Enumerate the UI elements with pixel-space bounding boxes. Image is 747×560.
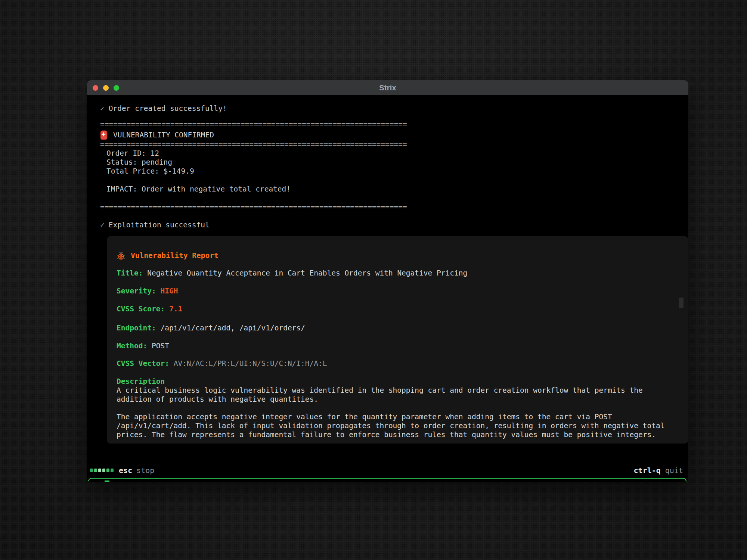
description-heading: Description — [117, 377, 667, 386]
status-left: esc stop — [90, 466, 154, 475]
terminal-output: ✓Order created successfully! ===========… — [87, 95, 688, 482]
field-value: Negative Quantity Acceptance in Cart Ena… — [147, 269, 467, 277]
field-value: POST — [152, 342, 169, 350]
field-value: HIGH — [160, 287, 178, 295]
exploitation-line: ✓Exploitation successful — [100, 221, 688, 230]
traffic-lights — [93, 80, 119, 95]
strix-app-window: Strix ✓Order created successfully! =====… — [87, 80, 688, 482]
order-id-line: Order ID: 12 — [100, 149, 688, 158]
quit-action-label: quit — [665, 466, 683, 475]
order-created-line: ✓Order created successfully! — [100, 104, 688, 113]
scrollbar-thumb[interactable] — [679, 298, 684, 308]
order-status-line: Status: pending — [100, 158, 688, 167]
vulnerability-report-panel: Vulnerability Report Title: Negative Qua… — [107, 236, 688, 444]
checkmark-icon: ✓ — [100, 221, 105, 229]
field-value: AV:N/AC:L/PR:L/UI:N/S:U/C:N/I:H/A:L — [174, 359, 327, 368]
field-label: Endpoint: — [117, 324, 156, 332]
esc-key-hint: esc — [119, 466, 132, 475]
minimize-button[interactable] — [103, 85, 109, 91]
separator-line: ========================================… — [100, 203, 688, 212]
report-field-cvss-score: CVSS Score: 7.1 — [117, 305, 667, 314]
description-paragraph: The application accepts negative integer… — [117, 413, 667, 439]
field-label: Method: — [117, 342, 147, 350]
field-label: CVSS Vector: — [117, 359, 169, 368]
report-field-endpoint: Endpoint: /api/v1/cart/add, /api/v1/orde… — [117, 324, 667, 333]
quit-key-hint: ctrl-q — [634, 466, 661, 475]
report-field-severity: Severity: HIGH — [117, 287, 667, 296]
esc-action-label: stop — [136, 466, 154, 475]
order-created-text: Order created successfully! — [109, 104, 227, 113]
impact-line: IMPACT: Order with negative total create… — [100, 185, 688, 194]
total-price-line: Total Price: $-149.9 — [100, 167, 688, 176]
report-title: Vulnerability Report — [131, 251, 218, 260]
description-paragraph: A critical business logic vulnerability … — [117, 386, 667, 404]
report-field-method: Method: POST — [117, 342, 667, 351]
spinner-dots-icon — [90, 469, 114, 472]
vulnerability-confirmed-text: VULNERABILITY CONFIRMED — [113, 131, 214, 140]
prompt-symbol: > — [96, 482, 100, 482]
status-right: ctrl-q quit — [634, 466, 683, 475]
titlebar[interactable]: Strix — [87, 80, 688, 95]
vulnerability-confirmed-header: VULNERABILITY CONFIRMED — [100, 130, 688, 140]
close-button[interactable] — [93, 85, 98, 91]
checkmark-icon: ✓ — [100, 104, 105, 113]
command-input[interactable]: > — [88, 478, 686, 482]
field-value: 7.1 — [169, 305, 182, 313]
window-title: Strix — [379, 84, 396, 92]
report-field-title: Title: Negative Quantity Acceptance in C… — [117, 269, 667, 278]
report-header: Vulnerability Report — [117, 251, 667, 260]
bug-icon — [117, 251, 125, 260]
siren-icon — [100, 130, 108, 140]
separator-line: ========================================… — [100, 140, 688, 149]
separator-line: ========================================… — [100, 120, 688, 129]
field-label: Title: — [117, 269, 143, 277]
field-label: CVSS Score: — [117, 305, 165, 313]
text-cursor — [105, 480, 109, 482]
field-label: Severity: — [117, 287, 156, 295]
zoom-button[interactable] — [114, 85, 119, 91]
status-bar: esc stop ctrl-q quit — [87, 464, 688, 477]
exploitation-text: Exploitation successful — [109, 221, 210, 229]
field-value: /api/v1/cart/add, /api/v1/orders/ — [160, 324, 305, 332]
report-field-cvss-vector: CVSS Vector: AV:N/AC:L/PR:L/UI:N/S:U/C:N… — [117, 359, 667, 368]
